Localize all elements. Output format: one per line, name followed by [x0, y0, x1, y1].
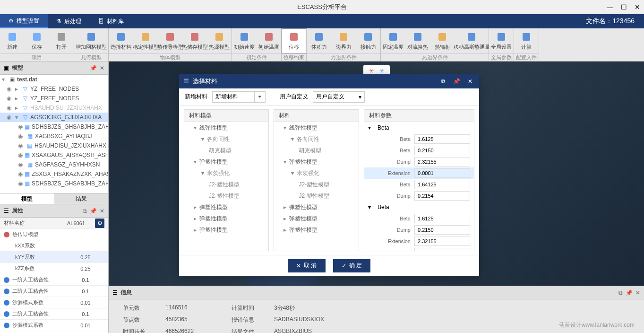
maximize-icon[interactable]: ☐ [621, 3, 627, 11]
toolbar-store[interactable]: 热储存模型 [182, 28, 207, 53]
add-button[interactable]: + [254, 91, 266, 103]
axis-icon[interactable]: ⚹ [379, 67, 384, 74]
toolbar-open[interactable]: 打开 [49, 28, 74, 53]
toolbar-save[interactable]: 保存 [25, 28, 49, 53]
param-value-input[interactable]: 1.6125 [414, 214, 470, 223]
param-value-input[interactable]: 0.2150 [414, 225, 470, 235]
prop-group[interactable]: 二阶人工粘合性0.1 [0, 308, 108, 320]
toolbar-rad[interactable]: 熱辐射 [430, 28, 455, 53]
pin-icon[interactable]: 📌 [90, 208, 97, 214]
prop-group[interactable]: 沙漏模式系数0.01 [0, 320, 108, 331]
prop-row[interactable]: kYY系数0.25 [0, 252, 108, 263]
param-row[interactable]: Beta1.6125 [364, 213, 474, 224]
toolbar-gauss[interactable]: 移动高斯热通量 [455, 28, 489, 53]
cancel-button[interactable]: ✕ 取 消 [288, 259, 325, 272]
tree-node[interactable]: ◉▦XAGBSXG_AYHAQBJ [0, 131, 108, 141]
material-tree-item[interactable]: 胡克模型 [184, 145, 268, 156]
close-panel-icon[interactable]: ✕ [100, 208, 104, 214]
tree-node[interactable]: ◉▦XSAXGAUS_AISYAQSH_ASHX [0, 150, 108, 160]
param-row[interactable]: Extension2.32155 [364, 236, 474, 247]
material-tree-item[interactable]: ▾各向同性 [184, 133, 268, 145]
param-value-input[interactable]: 2.32155 [414, 157, 470, 166]
close-panel-icon[interactable]: ✕ [635, 289, 640, 296]
gear-icon[interactable]: ⚙ [95, 219, 104, 228]
toolbar-contact[interactable]: 接触力 [356, 28, 380, 53]
prop-group[interactable]: 一阶人工粘合性0.1 [0, 274, 108, 286]
menu-model-settings[interactable]: ⚙ 模型设置 [0, 14, 48, 28]
toolbar-conv[interactable]: 对流换热 [405, 28, 430, 53]
tree-node[interactable]: ◉▾▽AGSGKJKG_GJHXAJKHXA [0, 113, 108, 122]
material-tree-item[interactable]: ▾线弹性模型 [274, 122, 358, 133]
add-material-input[interactable] [212, 91, 255, 103]
param-value-input[interactable]: 0.2150 [414, 146, 470, 155]
toolbar-new[interactable]: 新建 [0, 28, 25, 53]
tree-node[interactable]: ◉▦HSAUHDISU_JZXIUXHAHX [0, 141, 108, 150]
restore-icon[interactable]: ⧉ [83, 208, 87, 214]
param-row[interactable]: Beta1.6125 [364, 133, 474, 145]
toolbar-calc[interactable]: 计算 [514, 28, 539, 53]
toolbar-addmesh[interactable]: 增加网格模型 [74, 28, 108, 53]
prop-group[interactable]: 二阶人工粘合性0.1 [0, 286, 108, 297]
tree-node[interactable]: ◉▦ZSXGX_HSAKAZNZXK_AHASX [0, 169, 108, 179]
menu-material-lib[interactable]: 🗄 材料库 [90, 14, 132, 28]
prop-group[interactable]: 热传导模型 [0, 229, 108, 240]
tree-node[interactable]: ◉▸▽YZ_FREE_NODES [0, 94, 108, 103]
param-row[interactable]: Extension0.0001 [364, 167, 474, 179]
param-row[interactable]: Dump2.32155 [364, 156, 474, 167]
toolbar-heat[interactable]: 热传导模型 [158, 28, 182, 53]
param-value-input[interactable]: 2.32155 [414, 237, 470, 246]
tab-model[interactable]: 模型 [0, 193, 54, 204]
param-row[interactable]: Dump0.2150 [364, 224, 474, 236]
model-tree[interactable]: ▾▣test.dat◉▸▽YZ_FREE_NODES◉▸▽YZ_FREE_NOD… [0, 75, 108, 193]
pin-icon[interactable]: 📌 [626, 289, 633, 296]
close-panel-icon[interactable]: ✕ [100, 65, 104, 71]
material-tree-item[interactable]: J2-塑性模型 [274, 179, 358, 190]
user-custom-select[interactable]: 用户自定义▾ [313, 91, 365, 103]
param-row[interactable]: Beta1.64125 [364, 179, 474, 190]
toolbar-global[interactable]: 全局设置 [489, 28, 514, 53]
param-value-input[interactable]: 0.0001 [414, 168, 470, 178]
toolbar-selmat[interactable]: 选择材料 [109, 28, 133, 53]
param-value-input[interactable]: 0.2154 [414, 191, 470, 201]
toolbar-fixtemp[interactable]: 固定温度 [381, 28, 405, 53]
material-tree-item[interactable]: J2-塑性模型 [184, 179, 268, 190]
param-group[interactable]: ▾Beta [364, 202, 474, 213]
pin-icon[interactable]: 📌 [90, 65, 97, 71]
restore-icon[interactable]: ⧉ [618, 289, 623, 296]
axis-icon[interactable]: ⚹ [369, 67, 374, 74]
prop-row[interactable]: kZZ系数0.25 [0, 263, 108, 274]
material-tree-item[interactable]: ▸弹塑性模型 [184, 224, 268, 236]
toolbar-disp[interactable]: 位移 [282, 28, 306, 53]
material-tree-item[interactable]: J2-塑性模型 [184, 190, 268, 202]
material-tree-item[interactable]: ▾米茨强化 [274, 167, 358, 179]
toolbar-source[interactable]: 热源模型 [207, 28, 232, 53]
param-value-input[interactable]: 0.0001 [414, 248, 470, 251]
tree-node[interactable]: ◉▦SDHSBJZS_GHSABJHB_ZAHU [0, 122, 108, 131]
toolbar-bodyf[interactable]: 体积力 [307, 28, 331, 53]
tree-node[interactable]: ◉▸▽HSAUHDISU_JZXIUXHAHX [0, 103, 108, 113]
tree-node[interactable]: ◉▸▽YZ_FREE_NODES [0, 84, 108, 94]
close-icon[interactable]: ✕ [635, 3, 640, 11]
material-tree-item[interactable]: 胡克模型 [274, 145, 358, 156]
prop-row[interactable]: kXX系数 [0, 240, 108, 252]
menu-postprocess[interactable]: ⚗ 后处理 [48, 14, 90, 28]
pin-icon[interactable]: 📌 [451, 78, 462, 85]
material-tree-item[interactable]: ▾弹塑性模型 [274, 156, 358, 167]
toolbar-stable[interactable]: 稳定性模型 [133, 28, 158, 53]
ok-button[interactable]: ✓ 确 定 [333, 259, 370, 272]
material-tree-item[interactable]: ▾米茨强化 [184, 167, 268, 179]
toolbar-initv[interactable]: 初始速度 [232, 28, 257, 53]
material-tree-item[interactable]: ▸弹塑性模型 [274, 224, 358, 236]
prop-group[interactable]: 沙漏模式系数0.01 [0, 297, 108, 308]
param-row[interactable]: Beta0.2150 [364, 145, 474, 156]
tree-root[interactable]: ▾▣test.dat [0, 75, 108, 84]
param-row[interactable]: Beta0.0001 [364, 247, 474, 251]
tree-node[interactable]: ◉▦SAGFASGZ_ASYHHXSN [0, 160, 108, 169]
param-value-input[interactable]: 1.6125 [414, 134, 470, 144]
param-row[interactable]: Dump0.2154 [364, 190, 474, 202]
minimize-icon[interactable]: — [607, 3, 613, 11]
material-tree-item[interactable]: J2-塑性模型 [274, 190, 358, 202]
material-tree-item[interactable]: ▾线弹性模型 [184, 122, 268, 133]
param-value-input[interactable]: 1.64125 [414, 180, 470, 189]
toolbar-edgef[interactable]: 边界力 [331, 28, 356, 53]
